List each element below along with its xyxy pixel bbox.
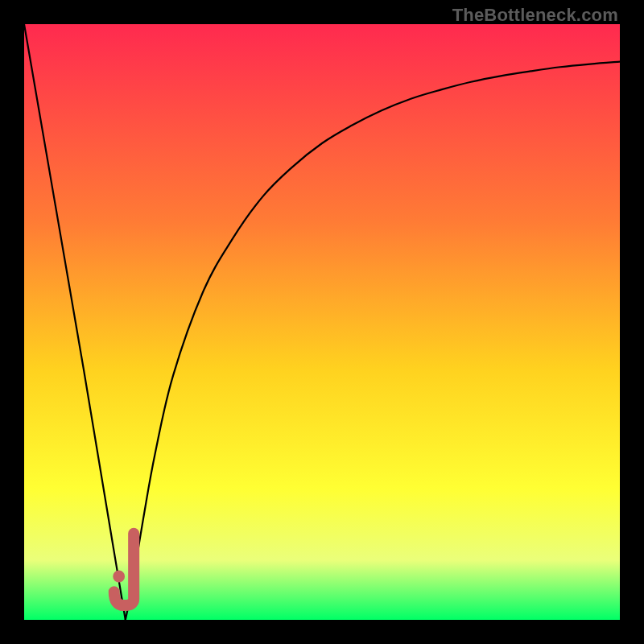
chart-root: { "watermark": "TheBottleneck.com", "col… [0,0,644,644]
chart-svg [24,24,620,620]
marker-dot [113,571,125,583]
watermark-text: TheBottleneck.com [452,5,618,26]
gradient-bg [24,24,620,620]
plot-area [24,24,620,620]
